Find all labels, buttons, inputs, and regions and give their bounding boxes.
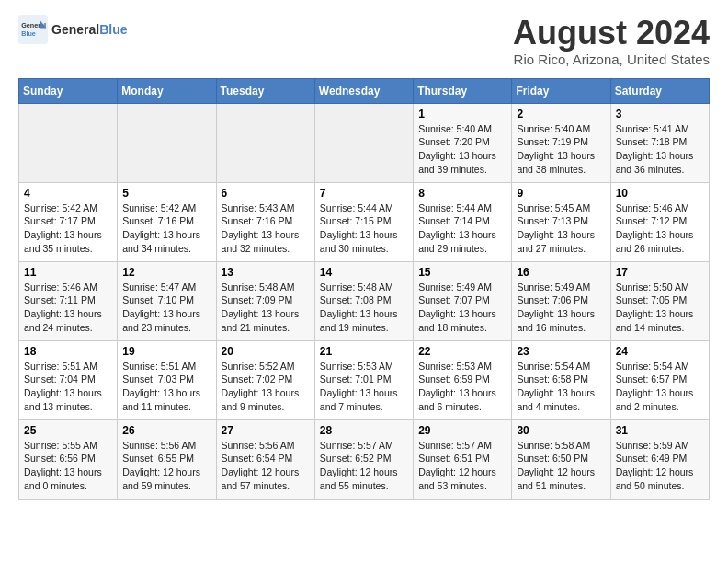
day-number: 26 <box>122 424 210 437</box>
calendar-cell: 19Sunrise: 5:51 AM Sunset: 7:03 PM Dayli… <box>118 340 216 419</box>
calendar-cell: 8Sunrise: 5:44 AM Sunset: 7:14 PM Daylig… <box>414 182 512 261</box>
calendar-cell: 3Sunrise: 5:41 AM Sunset: 7:18 PM Daylig… <box>610 103 709 182</box>
day-number: 5 <box>122 187 210 200</box>
calendar-cell: 14Sunrise: 5:48 AM Sunset: 7:08 PM Dayli… <box>314 261 413 340</box>
day-info: Sunrise: 5:46 AM Sunset: 7:11 PM Dayligh… <box>24 281 112 335</box>
calendar-cell: 21Sunrise: 5:53 AM Sunset: 7:01 PM Dayli… <box>314 340 413 419</box>
day-number: 24 <box>616 345 704 358</box>
day-number: 2 <box>517 108 605 121</box>
calendar-cell <box>216 103 314 182</box>
day-info: Sunrise: 5:48 AM Sunset: 7:09 PM Dayligh… <box>222 281 310 335</box>
day-number: 1 <box>418 108 506 121</box>
day-number: 11 <box>24 266 112 279</box>
day-info: Sunrise: 5:53 AM Sunset: 6:59 PM Dayligh… <box>418 360 506 414</box>
day-number: 29 <box>418 424 506 437</box>
day-info: Sunrise: 5:44 AM Sunset: 7:14 PM Dayligh… <box>418 201 506 256</box>
day-info: Sunrise: 5:52 AM Sunset: 7:02 PM Dayligh… <box>222 360 310 414</box>
day-number: 7 <box>320 187 408 200</box>
calendar-cell: 12Sunrise: 5:47 AM Sunset: 7:10 PM Dayli… <box>118 261 216 340</box>
location: Rio Rico, Arizona, United States <box>513 52 710 67</box>
logo-text: GeneralBlue <box>51 22 127 37</box>
week-row-1: 1Sunrise: 5:40 AM Sunset: 7:20 PM Daylig… <box>19 103 710 182</box>
calendar-page: General Blue GeneralBlue August 2024 Rio… <box>0 0 728 514</box>
header: General Blue GeneralBlue August 2024 Rio… <box>18 15 710 67</box>
day-info: Sunrise: 5:54 AM Sunset: 6:58 PM Dayligh… <box>517 360 605 414</box>
calendar-cell: 28Sunrise: 5:57 AM Sunset: 6:52 PM Dayli… <box>314 419 413 499</box>
day-info: Sunrise: 5:56 AM Sunset: 6:55 PM Dayligh… <box>122 439 210 493</box>
week-row-3: 11Sunrise: 5:46 AM Sunset: 7:11 PM Dayli… <box>19 261 710 340</box>
calendar-cell: 1Sunrise: 5:40 AM Sunset: 7:20 PM Daylig… <box>414 103 512 182</box>
svg-text:Blue: Blue <box>21 29 36 38</box>
calendar-cell: 23Sunrise: 5:54 AM Sunset: 6:58 PM Dayli… <box>512 340 610 419</box>
day-number: 17 <box>616 266 704 279</box>
day-info: Sunrise: 5:45 AM Sunset: 7:13 PM Dayligh… <box>517 201 605 256</box>
calendar-cell: 16Sunrise: 5:49 AM Sunset: 7:06 PM Dayli… <box>512 261 610 340</box>
day-number: 18 <box>24 345 112 358</box>
calendar-header: SundayMondayTuesdayWednesdayThursdayFrid… <box>19 78 710 103</box>
day-number: 14 <box>320 266 408 279</box>
calendar-cell: 29Sunrise: 5:57 AM Sunset: 6:51 PM Dayli… <box>414 419 512 499</box>
day-info: Sunrise: 5:46 AM Sunset: 7:12 PM Dayligh… <box>616 201 704 256</box>
day-number: 23 <box>517 345 605 358</box>
day-info: Sunrise: 5:44 AM Sunset: 7:15 PM Dayligh… <box>320 201 408 256</box>
day-info: Sunrise: 5:51 AM Sunset: 7:03 PM Dayligh… <box>122 360 210 414</box>
day-info: Sunrise: 5:59 AM Sunset: 6:49 PM Dayligh… <box>616 439 704 493</box>
weekday-header-friday: Friday <box>512 78 610 103</box>
day-number: 21 <box>320 345 408 358</box>
logo: General Blue GeneralBlue <box>18 15 127 44</box>
day-number: 28 <box>320 424 408 437</box>
day-number: 27 <box>222 424 310 437</box>
calendar-cell <box>19 103 118 182</box>
calendar-cell: 30Sunrise: 5:58 AM Sunset: 6:50 PM Dayli… <box>512 419 610 499</box>
day-number: 8 <box>418 187 506 200</box>
day-info: Sunrise: 5:57 AM Sunset: 6:52 PM Dayligh… <box>320 439 408 493</box>
calendar-cell: 10Sunrise: 5:46 AM Sunset: 7:12 PM Dayli… <box>610 182 709 261</box>
calendar-cell: 13Sunrise: 5:48 AM Sunset: 7:09 PM Dayli… <box>216 261 314 340</box>
day-info: Sunrise: 5:42 AM Sunset: 7:16 PM Dayligh… <box>122 201 210 256</box>
day-info: Sunrise: 5:40 AM Sunset: 7:19 PM Dayligh… <box>517 122 605 177</box>
calendar-cell: 20Sunrise: 5:52 AM Sunset: 7:02 PM Dayli… <box>216 340 314 419</box>
day-info: Sunrise: 5:55 AM Sunset: 6:56 PM Dayligh… <box>24 439 112 493</box>
day-number: 15 <box>418 266 506 279</box>
day-number: 19 <box>122 345 210 358</box>
logo-icon: General Blue <box>18 15 48 44</box>
day-info: Sunrise: 5:58 AM Sunset: 6:50 PM Dayligh… <box>517 439 605 493</box>
calendar-cell: 17Sunrise: 5:50 AM Sunset: 7:05 PM Dayli… <box>610 261 709 340</box>
week-row-5: 25Sunrise: 5:55 AM Sunset: 6:56 PM Dayli… <box>19 419 710 499</box>
month-title: August 2024 <box>513 15 710 52</box>
day-info: Sunrise: 5:57 AM Sunset: 6:51 PM Dayligh… <box>418 439 506 493</box>
calendar-cell <box>314 103 413 182</box>
weekday-header-wednesday: Wednesday <box>314 78 413 103</box>
calendar-cell: 5Sunrise: 5:42 AM Sunset: 7:16 PM Daylig… <box>118 182 216 261</box>
day-info: Sunrise: 5:47 AM Sunset: 7:10 PM Dayligh… <box>122 281 210 335</box>
day-info: Sunrise: 5:49 AM Sunset: 7:06 PM Dayligh… <box>517 281 605 335</box>
day-number: 10 <box>616 187 704 200</box>
calendar-cell: 2Sunrise: 5:40 AM Sunset: 7:19 PM Daylig… <box>512 103 610 182</box>
title-area: August 2024 Rio Rico, Arizona, United St… <box>513 15 710 67</box>
calendar-cell: 15Sunrise: 5:49 AM Sunset: 7:07 PM Dayli… <box>414 261 512 340</box>
day-info: Sunrise: 5:54 AM Sunset: 6:57 PM Dayligh… <box>616 360 704 414</box>
weekday-header-thursday: Thursday <box>414 78 512 103</box>
calendar-body: 1Sunrise: 5:40 AM Sunset: 7:20 PM Daylig… <box>19 103 710 499</box>
calendar-cell: 9Sunrise: 5:45 AM Sunset: 7:13 PM Daylig… <box>512 182 610 261</box>
day-info: Sunrise: 5:53 AM Sunset: 7:01 PM Dayligh… <box>320 360 408 414</box>
weekday-header-tuesday: Tuesday <box>216 78 314 103</box>
calendar-cell: 7Sunrise: 5:44 AM Sunset: 7:15 PM Daylig… <box>314 182 413 261</box>
day-info: Sunrise: 5:48 AM Sunset: 7:08 PM Dayligh… <box>320 281 408 335</box>
day-number: 16 <box>517 266 605 279</box>
calendar-cell: 18Sunrise: 5:51 AM Sunset: 7:04 PM Dayli… <box>19 340 118 419</box>
week-row-2: 4Sunrise: 5:42 AM Sunset: 7:17 PM Daylig… <box>19 182 710 261</box>
day-number: 22 <box>418 345 506 358</box>
day-number: 12 <box>122 266 210 279</box>
calendar-cell: 24Sunrise: 5:54 AM Sunset: 6:57 PM Dayli… <box>610 340 709 419</box>
day-info: Sunrise: 5:40 AM Sunset: 7:20 PM Dayligh… <box>418 122 506 177</box>
weekday-header-sunday: Sunday <box>19 78 118 103</box>
day-info: Sunrise: 5:50 AM Sunset: 7:05 PM Dayligh… <box>616 281 704 335</box>
day-number: 9 <box>517 187 605 200</box>
calendar-cell <box>118 103 216 182</box>
weekday-header-monday: Monday <box>118 78 216 103</box>
day-info: Sunrise: 5:49 AM Sunset: 7:07 PM Dayligh… <box>418 281 506 335</box>
calendar-table: SundayMondayTuesdayWednesdayThursdayFrid… <box>18 78 710 500</box>
day-number: 13 <box>222 266 310 279</box>
day-info: Sunrise: 5:41 AM Sunset: 7:18 PM Dayligh… <box>616 122 704 177</box>
